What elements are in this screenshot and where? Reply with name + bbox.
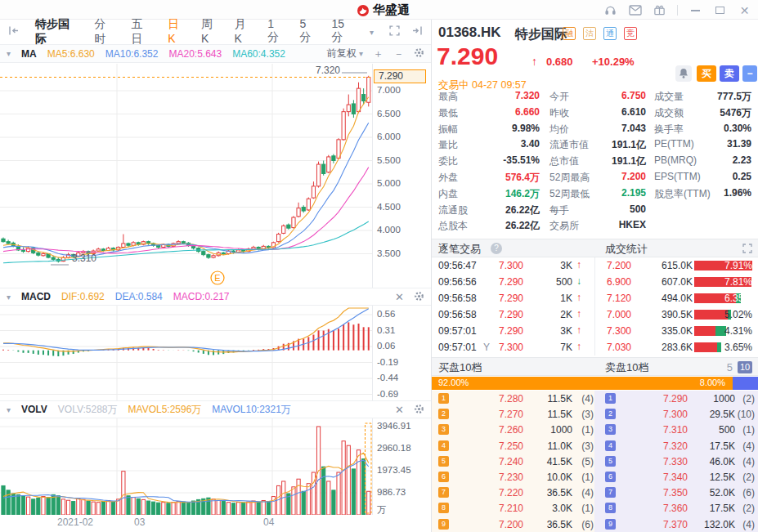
vol-close-icon[interactable]: ✕ <box>395 405 404 415</box>
buy-button[interactable]: 买 <box>697 65 716 82</box>
sell-button[interactable]: 卖 <box>720 65 739 82</box>
macd-chart-canvas[interactable] <box>0 306 372 400</box>
price-alert-bell-icon[interactable] <box>675 65 692 82</box>
trade-stat-row[interactable]: 7.120494.0K6.35% <box>595 290 758 306</box>
macd-settings-gear-icon[interactable] <box>414 291 424 303</box>
tab-五日[interactable]: 五日 <box>131 17 152 47</box>
depth-size: 36.5K <box>527 487 572 498</box>
tstat-volume: 283.6K <box>640 342 693 353</box>
stat-label: 52周最高 <box>549 171 590 185</box>
tab-月K[interactable]: 月K <box>235 17 253 47</box>
depth-order-count: (4) <box>730 456 755 467</box>
vol-collapse-caret-icon[interactable]: ▾ <box>7 405 11 414</box>
tstat-bar-green <box>717 342 721 352</box>
depth-row-bid[interactable]: 17.28011.5K(4) <box>432 391 594 406</box>
help-icon[interactable]: ? <box>491 243 502 254</box>
close-button[interactable]: ✕ <box>738 3 751 17</box>
panel-open-right-icon[interactable] <box>411 25 423 38</box>
depth-row-ask[interactable]: 97.370132.0K(4) <box>594 516 758 532</box>
chart-fullscreen-icon[interactable] <box>389 25 400 38</box>
depth-size: 12.5K <box>689 472 735 483</box>
depth-row-bid[interactable]: 37.2601000(1) <box>432 422 594 437</box>
tick-row[interactable]: 09:56:587.2902K↑ <box>432 306 594 323</box>
tick-row[interactable]: 09:57:01 Y7.3007K↑ <box>432 339 594 355</box>
depth-row-ask[interactable]: 17.2901000(2) <box>594 391 758 406</box>
depth-row-bid[interactable]: 57.24041.5K(5) <box>432 454 594 469</box>
main-chart-canvas[interactable]: E <box>0 64 372 288</box>
trade-stat-row[interactable]: 6.900607.0K7.81% <box>595 274 758 290</box>
depth-level-badge: 6 <box>605 472 616 482</box>
macd-axis-label: 0.31 <box>377 325 395 335</box>
stock-name: 特步国际 <box>515 26 567 43</box>
tab-15分[interactable]: 15分 <box>332 17 354 47</box>
expand-icon[interactable] <box>742 244 752 256</box>
depth-order-count: (5) <box>569 456 594 467</box>
adjust-mode-select[interactable]: 前复权 ▾ <box>327 47 363 60</box>
minimize-button[interactable] <box>688 3 702 17</box>
depth-row-ask[interactable]: 67.34012.5K(2) <box>594 469 758 485</box>
stat-label: 成交额 <box>654 106 684 120</box>
zoom-out-button[interactable]: － <box>393 48 404 59</box>
depth-row-ask[interactable]: 87.36017.5K(2) <box>594 500 758 516</box>
tab-1分[interactable]: 1分 <box>267 17 284 47</box>
trade-stat-row[interactable]: 7.000390.5K5.02% <box>595 306 758 323</box>
depth-row-bid[interactable]: 87.2103.0K(1) <box>432 500 594 516</box>
trade-stat-row[interactable]: 7.300335.0K4.31% <box>595 323 758 339</box>
depth-section-header: 买盘10档 卖盘10档 5 10 <box>432 357 758 376</box>
depth-row-ask[interactable]: 37.310500(1) <box>594 422 758 437</box>
tab-周K[interactable]: 周K <box>201 17 219 47</box>
depth-order-count: (1) <box>569 472 594 483</box>
depth-size: 1000 <box>527 424 572 436</box>
trade-stat-row[interactable]: 7.030283.6K3.65% <box>595 339 758 355</box>
tick-row[interactable]: 09:56:477.3003K↑ <box>432 257 594 274</box>
tick-price: 7.290 <box>481 309 523 320</box>
depth-row-bid[interactable]: 77.22036.5K(4) <box>432 485 594 500</box>
tick-row[interactable]: 09:56:587.2901K↑ <box>432 290 594 306</box>
tab-日K[interactable]: 日K <box>168 17 186 47</box>
tick-direction-up-icon: ↑ <box>576 341 581 352</box>
volume-chart-canvas[interactable] <box>0 418 372 515</box>
depth-size: 132.0K <box>689 519 735 530</box>
depth-row-ask[interactable]: 47.32017.5K(4) <box>594 438 758 454</box>
macd-collapse-caret-icon[interactable]: ▾ <box>7 293 11 302</box>
tick-row[interactable]: 09:56:567.290500↓ <box>432 274 594 290</box>
app-logo: 华盛通 <box>357 2 410 18</box>
depth-level-badge: 7 <box>438 487 449 498</box>
panel-collapse-left-icon[interactable] <box>8 25 20 38</box>
tab-分时[interactable]: 分时 <box>95 17 116 47</box>
stat-value: 2.23 <box>733 154 751 166</box>
support-headset-icon[interactable] <box>603 3 617 17</box>
vol-settings-gear-icon[interactable] <box>414 404 424 416</box>
tick-row[interactable]: 09:57:017.2903K↑ <box>432 323 594 339</box>
trade-stat-row[interactable]: 7.200615.0K7.91% <box>595 257 758 274</box>
depth-row-bid[interactable]: 27.27011.5K(3) <box>432 406 594 422</box>
mail-icon[interactable] <box>628 3 642 17</box>
mavol5-value: MAVOL5:2596万 <box>128 403 202 417</box>
depth-row-bid[interactable]: 67.23010.0K(1) <box>432 469 594 485</box>
collapse-trade-button[interactable]: − <box>742 65 757 82</box>
tick-time: 09:56:58 <box>438 293 477 304</box>
stat-value: 191.1亿 <box>612 138 646 152</box>
ask-depth-title: 卖盘10档 <box>605 360 648 375</box>
app-name: 华盛通 <box>373 2 410 18</box>
depth-toggle-5[interactable]: 5 <box>727 361 733 373</box>
depth-row-bid[interactable]: 97.20036.5K(6) <box>432 516 594 532</box>
depth-row-ask[interactable]: 57.33046.0K(4) <box>594 454 758 469</box>
macd-close-icon[interactable]: ✕ <box>395 292 404 302</box>
depth-row-ask[interactable]: 27.30029.5K(10) <box>594 406 758 422</box>
tstat-bar <box>694 342 721 352</box>
tstat-bar <box>694 326 726 336</box>
depth-toggle-10[interactable]: 10 <box>738 361 752 373</box>
ma-settings-gear-icon[interactable] <box>414 47 424 60</box>
zoom-in-button[interactable]: ＋ <box>373 48 383 59</box>
depth-row-bid[interactable]: 47.25011.0K(3) <box>432 438 594 454</box>
ma10-value: MA10:6.352 <box>105 48 159 60</box>
price-axis-label: 6.500 <box>377 109 401 118</box>
gift-icon[interactable] <box>653 3 666 17</box>
more-periods-caret-icon[interactable]: ▾ <box>370 28 374 37</box>
tab-5分[interactable]: 5分 <box>299 17 316 47</box>
maximize-button[interactable] <box>713 3 727 17</box>
depth-order-count: (3) <box>569 440 594 452</box>
ma-collapse-caret-icon[interactable]: ▾ <box>7 49 11 58</box>
depth-row-ask[interactable]: 77.35052.0K(6) <box>594 485 758 500</box>
